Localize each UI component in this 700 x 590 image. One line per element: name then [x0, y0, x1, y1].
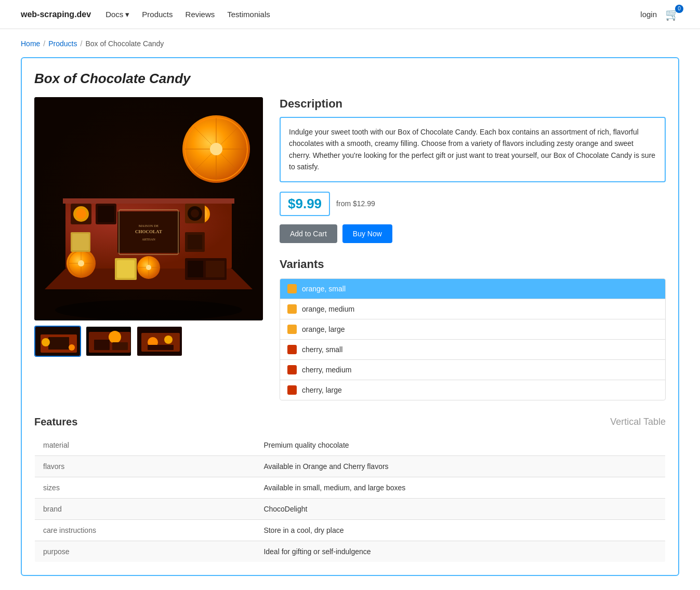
variant-color-icon-3	[287, 345, 297, 354]
product-body: MAISON DE CHOCOLAT ARTISAN	[34, 97, 666, 400]
variant-item-5[interactable]: cherry, large	[280, 380, 665, 400]
features-header: Features Vertical Table	[34, 416, 666, 428]
svg-text:ARTISAN: ARTISAN	[142, 238, 155, 241]
product-price: $9.99	[280, 192, 330, 216]
price-row: $9.99 from $12.99	[280, 192, 666, 216]
variant-color-icon-4	[287, 365, 297, 374]
feature-key-3: brand	[35, 498, 256, 519]
buy-now-button[interactable]: Buy Now	[342, 224, 392, 243]
nav-links: Docs ▾ Products Reviews Testimonials	[105, 10, 270, 19]
page-content: Home / Products / Box of Chocolate Candy…	[0, 29, 700, 590]
nav-docs[interactable]: Docs ▾	[105, 10, 129, 19]
product-thumbnails	[34, 326, 263, 357]
features-section: Features Vertical Table material Premium…	[34, 416, 666, 562]
feature-value-5: Ideal for gifting or self-indulgence	[255, 541, 665, 562]
variant-label-4: cherry, medium	[302, 366, 351, 374]
variant-label-5: cherry, large	[302, 386, 342, 394]
nav-testimonials[interactable]: Testimonials	[227, 10, 270, 19]
variant-color-icon-1	[287, 304, 297, 314]
add-to-cart-button[interactable]: Add to Cart	[280, 224, 337, 243]
table-row: care instructions Store in a cool, dry p…	[35, 519, 666, 541]
variant-label-0: orange, small	[302, 285, 346, 293]
svg-point-46	[42, 338, 50, 346]
feature-value-4: Store in a cool, dry place	[255, 519, 665, 541]
login-link[interactable]: login	[640, 10, 657, 19]
description-box: Indulge your sweet tooth with our Box of…	[280, 117, 666, 182]
thumbnail-1[interactable]	[34, 326, 81, 357]
svg-rect-41	[188, 261, 203, 277]
svg-point-24	[78, 260, 84, 266]
breadcrumb-home[interactable]: Home	[21, 39, 40, 48]
variant-item-2[interactable]: orange, large	[280, 319, 665, 340]
table-row: flavors Available in Orange and Cherry f…	[35, 455, 666, 477]
action-buttons: Add to Cart Buy Now	[280, 224, 666, 243]
svg-rect-42	[206, 261, 224, 277]
navigation: web-scraping.dev Docs ▾ Products Reviews…	[0, 0, 700, 29]
feature-value-1: Available in Orange and Cherry flavors	[255, 455, 665, 477]
nav-products[interactable]: Products	[142, 10, 173, 19]
svg-rect-35	[117, 260, 135, 278]
variant-label-1: orange, medium	[302, 305, 354, 313]
svg-rect-28	[188, 235, 202, 249]
thumbnail-3[interactable]	[136, 326, 183, 357]
svg-rect-51	[94, 340, 110, 350]
variant-item-3[interactable]: cherry, small	[280, 340, 665, 360]
variant-label-2: orange, large	[302, 325, 345, 333]
variant-color-icon-5	[287, 385, 297, 395]
product-price-from: from $12.99	[336, 199, 375, 208]
variant-label-3: cherry, small	[302, 345, 342, 354]
breadcrumb-sep-2: /	[81, 39, 83, 48]
variant-item-4[interactable]: cherry, medium	[280, 360, 665, 380]
product-image-svg: MAISON DE CHOCOLAT ARTISAN	[34, 97, 263, 320]
product-title: Box of Chocolate Candy	[34, 71, 666, 87]
chevron-down-icon: ▾	[125, 10, 129, 19]
description-heading: Description	[280, 97, 666, 111]
svg-point-47	[69, 344, 75, 351]
feature-key-4: care instructions	[35, 519, 256, 541]
svg-text:CHOCOLAT: CHOCOLAT	[135, 229, 162, 234]
nav-right: login 🛒 0	[640, 8, 679, 21]
nav-reviews[interactable]: Reviews	[186, 10, 215, 19]
table-type-label: Vertical Table	[610, 417, 666, 427]
brand-logo[interactable]: web-scraping.dev	[21, 10, 91, 19]
svg-point-10	[76, 209, 86, 219]
variant-list: orange, small orange, medium orange, lar…	[280, 278, 666, 400]
product-details: Description Indulge your sweet tooth wit…	[280, 97, 666, 400]
feature-key-2: sizes	[35, 477, 256, 498]
feature-value-3: ChocoDelight	[255, 498, 665, 519]
feature-key-1: flavors	[35, 455, 256, 477]
variants-heading: Variants	[280, 258, 666, 271]
svg-point-33	[191, 209, 199, 218]
variant-item-1[interactable]: orange, medium	[280, 299, 665, 319]
table-row: brand ChocoDelight	[35, 498, 666, 519]
table-row: purpose Ideal for gifting or self-indulg…	[35, 541, 666, 562]
breadcrumb-current: Box of Chocolate Candy	[85, 39, 164, 48]
breadcrumb: Home / Products / Box of Chocolate Candy	[21, 39, 679, 48]
svg-rect-52	[112, 342, 128, 350]
svg-point-39	[146, 265, 151, 270]
breadcrumb-products[interactable]: Products	[48, 39, 77, 48]
features-table: material Premium quality chocolate flavo…	[34, 434, 666, 562]
cart-count: 0	[675, 5, 683, 13]
svg-text:MAISON DE: MAISON DE	[139, 224, 159, 228]
svg-rect-45	[48, 337, 69, 350]
svg-point-1	[55, 300, 242, 320]
table-row: sizes Available in small, medium, and la…	[35, 477, 666, 498]
feature-value-2: Available in small, medium, and large bo…	[255, 477, 665, 498]
breadcrumb-sep-1: /	[43, 39, 45, 48]
nav-left: web-scraping.dev Docs ▾ Products Reviews…	[21, 10, 270, 19]
thumbnail-2[interactable]	[85, 326, 132, 357]
feature-key-5: purpose	[35, 541, 256, 562]
cart-button[interactable]: 🛒 0	[665, 8, 679, 21]
svg-point-50	[109, 331, 121, 343]
svg-point-19	[210, 143, 222, 155]
feature-value-0: Premium quality chocolate	[255, 434, 665, 455]
main-product-image: MAISON DE CHOCOLAT ARTISAN	[34, 97, 263, 320]
table-row: material Premium quality chocolate	[35, 434, 666, 455]
svg-point-56	[164, 336, 173, 344]
features-heading: Features	[34, 416, 77, 428]
svg-rect-26	[72, 234, 89, 250]
description-text: Indulge your sweet tooth with our Box of…	[289, 128, 655, 171]
variant-color-icon-0	[287, 284, 297, 293]
variant-item-0[interactable]: orange, small	[280, 279, 665, 299]
